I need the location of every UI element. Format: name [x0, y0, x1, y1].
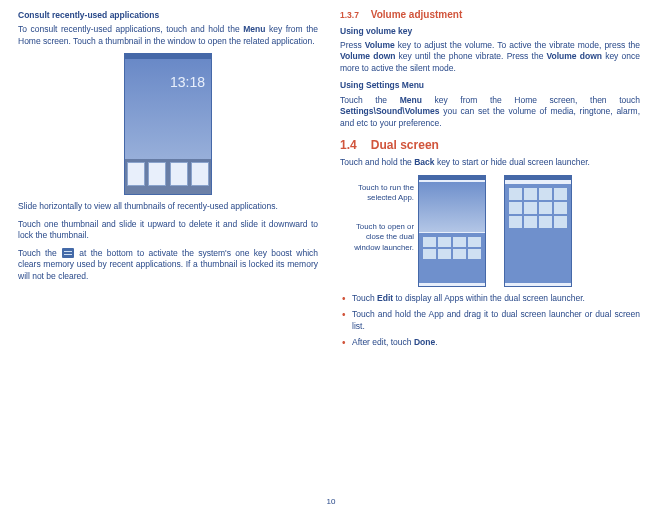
volume-down-label: Volume down	[340, 51, 395, 61]
app-grid	[505, 184, 571, 232]
left-p4: Touch the at the bottom to activate the …	[18, 248, 318, 282]
back-label: Back	[414, 157, 434, 167]
text: Touch	[352, 293, 377, 303]
thumbnail	[191, 162, 209, 186]
right-p1: Press Volume key to adjust the volume. T…	[340, 40, 640, 74]
subheading-volume-key: Using volume key	[340, 26, 640, 37]
text: Touch the	[340, 95, 400, 105]
volume-label: Volume	[365, 40, 395, 50]
bullet-list: Touch Edit to display all Apps within th…	[340, 293, 640, 349]
dual-screen-illustration: Touch to run the selected App. Touch to …	[340, 175, 640, 287]
text: To consult recently-used applications, t…	[18, 24, 243, 34]
text: key to start or hide dual screen launche…	[435, 157, 590, 167]
phone-mockup-list	[504, 175, 572, 287]
section-number: 1.3.7	[340, 10, 359, 20]
text: key to adjust the volume. To active the …	[395, 40, 640, 50]
text: to display all Apps within the dual scre…	[393, 293, 585, 303]
section-number: 1.4	[340, 138, 357, 152]
top-half	[419, 182, 485, 232]
heading-consult: Consult recently-used applications	[18, 10, 318, 21]
text: Press	[340, 40, 365, 50]
text: key from the Home screen, then touch	[422, 95, 640, 105]
thumbnail	[148, 162, 166, 186]
bottom-half	[419, 233, 485, 283]
full-panel	[505, 184, 571, 283]
status-bar	[505, 176, 571, 180]
thumbnail	[127, 162, 145, 186]
list-item: Touch and hold the App and drag it to du…	[340, 309, 640, 332]
phone-illustration: 13:18	[18, 53, 318, 195]
text: .	[435, 337, 437, 347]
settings-path-label: Settings\Sound\Volumes	[340, 106, 440, 116]
text: key until the phone vibrate. Press the	[395, 51, 546, 61]
phone-mockup: 13:18	[124, 53, 212, 195]
callout-toggle-launcher: Touch to open or close the dual window l…	[340, 222, 414, 254]
menu-key-label: Menu	[243, 24, 265, 34]
app-grid	[419, 233, 485, 263]
list-item: Touch Edit to display all Apps within th…	[340, 293, 640, 304]
status-bar	[419, 176, 485, 180]
left-column: Consult recently-used applications To co…	[18, 8, 318, 512]
section-1-4: 1.4 Dual screen	[340, 137, 640, 153]
section-title: Dual screen	[371, 138, 439, 152]
clock-readout: 13:18	[125, 59, 211, 92]
boost-icon	[62, 248, 74, 258]
menu-label: Menu	[400, 95, 422, 105]
section-title: Volume adjustment	[371, 9, 463, 20]
callout-run-app: Touch to run the selected App.	[340, 183, 414, 204]
callout-labels: Touch to run the selected App. Touch to …	[340, 175, 414, 272]
left-p2: Slide horizontally to view all thumbnail…	[18, 201, 318, 212]
text: After edit, touch	[352, 337, 414, 347]
edit-label: Edit	[377, 293, 393, 303]
text: Touch the	[18, 248, 61, 258]
subheading-settings-menu: Using Settings Menu	[340, 80, 640, 91]
page-number: 10	[0, 497, 662, 508]
volume-down-label: Volume down	[547, 51, 602, 61]
left-p1: To consult recently-used applications, t…	[18, 24, 318, 47]
right-p3: Touch and hold the Back key to start or …	[340, 157, 640, 168]
text: Touch and hold the	[340, 157, 414, 167]
section-1-3-7: 1.3.7 Volume adjustment	[340, 8, 640, 22]
right-column: 1.3.7 Volume adjustment Using volume key…	[340, 8, 640, 512]
thumbnail	[170, 162, 188, 186]
phone-mockup-split	[418, 175, 486, 287]
list-item: After edit, touch Done.	[340, 337, 640, 348]
left-p3: Touch one thumbnail and slide it upward …	[18, 219, 318, 242]
done-label: Done	[414, 337, 435, 347]
right-p2: Touch the Menu key from the Home screen,…	[340, 95, 640, 129]
recent-thumbnails	[125, 159, 211, 194]
